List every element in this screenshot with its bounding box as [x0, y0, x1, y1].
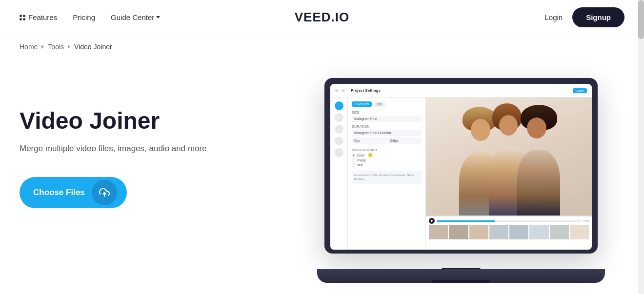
sidebar-icon-2[interactable]	[335, 113, 343, 122]
thumb-1	[429, 225, 448, 239]
thumb-7	[550, 225, 569, 239]
page-title: Video Joiner	[20, 107, 263, 134]
breadcrumb-home[interactable]: Home	[20, 43, 38, 51]
timeline-controls: 0:00	[429, 218, 589, 224]
svg-marker-1	[431, 219, 433, 222]
sidebar-icon-4[interactable]	[335, 137, 343, 145]
breadcrumb-current: Video Joiner	[74, 43, 112, 51]
preview-image	[426, 98, 592, 216]
app-sidebar	[330, 98, 348, 250]
sidebar-icon-1[interactable]	[335, 101, 343, 110]
thumb-3	[469, 225, 488, 239]
breadcrumb-tools[interactable]: Tools	[48, 43, 64, 51]
fps-field[interactable]: Fps	[352, 137, 386, 144]
tab-overview[interactable]: Overview	[352, 101, 372, 107]
nav-right: Login Signup	[544, 7, 624, 27]
grid-icon	[20, 15, 25, 20]
guide-nav-item[interactable]: Guide Center	[111, 13, 160, 21]
nav-left: Features Pricing Guide Center	[20, 13, 160, 21]
signup-button[interactable]: Signup	[572, 7, 624, 27]
size-field[interactable]: Instagram Post	[352, 116, 422, 122]
laptop-base	[317, 269, 605, 283]
color-swatch	[368, 153, 372, 157]
sidebar-icon-5[interactable]	[335, 148, 343, 157]
description-block: Lorem ipsum dolor sit amet consectetur. …	[352, 171, 422, 184]
background-options: Color Image Blur	[352, 153, 422, 167]
app-timeline: 0:00	[426, 216, 592, 250]
tab-pro[interactable]: Pro	[374, 101, 385, 107]
navbar: Features Pricing Guide Center VEED.IO Lo…	[0, 0, 644, 35]
hero-subtitle: Merge multiple video files, images, audi…	[20, 144, 263, 154]
image-option[interactable]: Image	[352, 158, 422, 162]
duration-field[interactable]: Instagram Post Duration	[352, 130, 422, 136]
thumb-8	[570, 225, 589, 239]
thumb-4	[489, 225, 508, 239]
laptop-screen-outer: Project Settings Export	[324, 78, 598, 254]
hero-right: Project Settings Export	[263, 78, 624, 283]
login-button[interactable]: Login	[544, 13, 563, 21]
app-preview: 0:00	[426, 98, 592, 250]
features-label: Features	[28, 13, 57, 21]
timeline-thumbnails	[429, 225, 589, 239]
topbar-dot-1	[335, 89, 339, 92]
app-topbar: Project Settings Export	[330, 84, 592, 98]
pricing-nav-item[interactable]: Pricing	[73, 13, 95, 21]
play-icon	[431, 219, 433, 222]
laptop-notch	[432, 280, 490, 283]
person-3	[517, 150, 560, 216]
upload-icon	[99, 187, 110, 198]
upload-icon-circle	[92, 180, 117, 205]
photo-background	[426, 98, 592, 216]
chevron-down-icon	[156, 16, 160, 19]
settings-tabs: Overview Pro	[352, 101, 422, 107]
blur-option[interactable]: Blur	[352, 163, 422, 167]
topbar-dot-2	[342, 89, 345, 92]
background-section-title: Background	[352, 148, 422, 152]
guide-label: Guide Center	[111, 13, 154, 21]
color-option[interactable]: Color	[352, 153, 422, 157]
sidebar-icon-3[interactable]	[335, 125, 343, 134]
chevron-right-icon-2	[68, 45, 70, 49]
duration-section-title: Duration	[352, 125, 422, 128]
face-3	[527, 118, 546, 138]
site-logo[interactable]: VEED.IO	[295, 10, 349, 25]
laptop-screen-inner: Project Settings Export	[330, 84, 592, 250]
blur-radio	[352, 163, 355, 167]
chevron-right-icon	[41, 45, 44, 49]
scrollbar-thumb[interactable]	[638, 0, 644, 39]
hero-section: Video Joiner Merge multiple video files,…	[0, 59, 644, 293]
timeline-bar[interactable]	[437, 220, 581, 222]
face-2	[499, 115, 518, 136]
breadcrumb: Home Tools Video Joiner	[0, 35, 644, 59]
thumb-5	[509, 225, 528, 239]
choose-files-label: Choose Files	[33, 188, 85, 197]
image-radio	[352, 158, 355, 162]
app-settings-panel: Overview Pro Size Instagram Post Duratio…	[348, 98, 426, 250]
size-section-title: Size	[352, 111, 422, 114]
hero-left: Video Joiner Merge multiple video files,…	[20, 78, 263, 208]
features-nav-item[interactable]: Features	[20, 13, 57, 21]
timeline-time: 0:00	[583, 219, 589, 222]
color-radio	[352, 154, 355, 157]
play-button[interactable]	[429, 218, 435, 224]
laptop-mockup: Project Settings Export	[317, 78, 605, 283]
timeline-progress	[437, 220, 495, 222]
face-1	[471, 119, 490, 141]
choose-files-button[interactable]: Choose Files	[20, 177, 127, 208]
export-button[interactable]: Export	[573, 88, 587, 93]
thumb-6	[529, 225, 548, 239]
app-topbar-title: Project Settings	[351, 88, 381, 93]
thumb-2	[449, 225, 468, 239]
fps-value-field[interactable]: 24fps	[388, 137, 422, 144]
app-body: Overview Pro Size Instagram Post Duratio…	[330, 98, 592, 250]
